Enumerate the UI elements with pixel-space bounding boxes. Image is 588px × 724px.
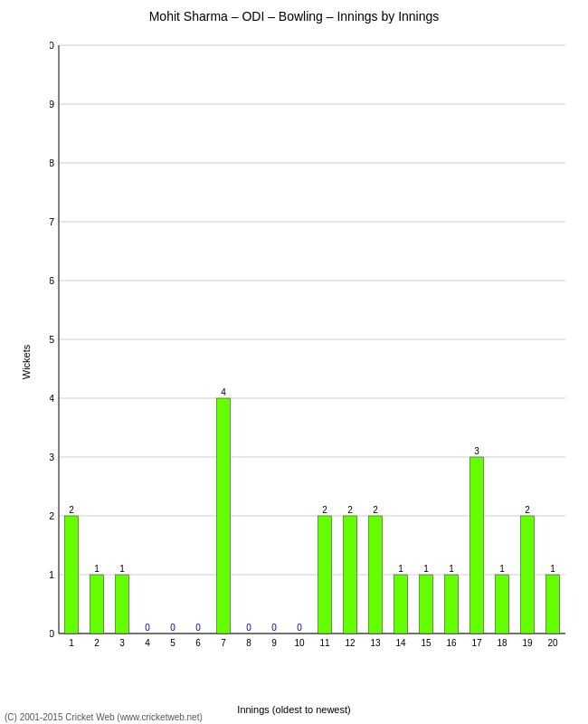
svg-text:8: 8 — [50, 157, 54, 168]
svg-text:1: 1 — [69, 638, 74, 648]
svg-text:2: 2 — [94, 638, 100, 648]
svg-rect-72 — [520, 516, 534, 634]
copyright-text: (C) 2001-2015 Cricket Web (www.cricketwe… — [5, 712, 203, 722]
svg-text:1: 1 — [50, 569, 54, 580]
svg-text:9: 9 — [271, 638, 277, 648]
svg-text:4: 4 — [145, 638, 150, 648]
svg-text:1: 1 — [119, 564, 125, 574]
svg-rect-30 — [115, 575, 128, 634]
svg-text:9: 9 — [50, 99, 54, 110]
svg-rect-48 — [318, 516, 331, 634]
svg-text:5: 5 — [170, 638, 175, 648]
svg-text:6: 6 — [195, 638, 201, 648]
svg-text:2: 2 — [525, 505, 530, 515]
svg-text:11: 11 — [319, 638, 330, 648]
svg-text:14: 14 — [395, 638, 406, 648]
y-axis-label: Wickets — [21, 345, 32, 380]
svg-text:7: 7 — [50, 216, 54, 227]
svg-rect-75 — [545, 575, 559, 634]
chart-title: Mohit Sharma – ODI – Bowling – Innings b… — [0, 0, 588, 28]
svg-rect-69 — [495, 575, 508, 634]
svg-text:10: 10 — [50, 40, 54, 51]
svg-text:1: 1 — [550, 564, 555, 574]
svg-text:1: 1 — [499, 564, 505, 574]
svg-text:20: 20 — [547, 638, 558, 648]
svg-rect-60 — [419, 575, 432, 634]
svg-text:7: 7 — [221, 638, 226, 648]
chart-area: 0123456789102112130405064708090102112122… — [50, 32, 574, 661]
svg-text:8: 8 — [246, 638, 251, 648]
x-axis-label: Innings (oldest to newest) — [237, 704, 350, 715]
svg-text:17: 17 — [471, 638, 482, 648]
svg-text:12: 12 — [345, 638, 356, 648]
svg-text:4: 4 — [221, 387, 226, 397]
svg-text:18: 18 — [497, 638, 507, 648]
svg-text:2: 2 — [50, 510, 54, 521]
svg-rect-24 — [64, 516, 78, 634]
svg-text:0: 0 — [145, 623, 150, 633]
svg-text:1: 1 — [449, 564, 454, 574]
svg-rect-54 — [368, 516, 382, 634]
svg-text:0: 0 — [195, 623, 201, 633]
svg-text:0: 0 — [297, 623, 302, 633]
svg-text:13: 13 — [370, 638, 381, 648]
svg-text:6: 6 — [50, 275, 54, 286]
svg-text:16: 16 — [446, 638, 457, 648]
svg-text:2: 2 — [347, 505, 353, 515]
svg-rect-51 — [343, 516, 356, 634]
svg-text:10: 10 — [294, 638, 305, 648]
svg-text:3: 3 — [474, 446, 479, 456]
svg-text:1: 1 — [398, 564, 403, 574]
svg-rect-57 — [394, 575, 407, 634]
svg-rect-66 — [469, 457, 483, 634]
svg-text:15: 15 — [421, 638, 432, 648]
svg-text:1: 1 — [94, 564, 100, 574]
svg-text:1: 1 — [423, 564, 429, 574]
svg-text:19: 19 — [522, 638, 533, 648]
svg-text:2: 2 — [69, 505, 74, 515]
svg-text:0: 0 — [170, 623, 175, 633]
svg-rect-39 — [216, 398, 230, 634]
svg-text:3: 3 — [119, 638, 125, 648]
svg-text:2: 2 — [322, 505, 327, 515]
svg-text:4: 4 — [50, 393, 54, 404]
svg-rect-27 — [90, 575, 103, 634]
bar-chart: 0123456789102112130405064708090102112122… — [50, 32, 574, 661]
svg-text:0: 0 — [246, 623, 251, 633]
svg-text:5: 5 — [50, 334, 54, 345]
svg-rect-63 — [444, 575, 458, 634]
svg-text:2: 2 — [373, 505, 378, 515]
svg-text:0: 0 — [50, 628, 54, 639]
chart-container: Mohit Sharma – ODI – Bowling – Innings b… — [0, 0, 588, 724]
svg-text:0: 0 — [271, 623, 277, 633]
svg-text:3: 3 — [50, 452, 54, 462]
